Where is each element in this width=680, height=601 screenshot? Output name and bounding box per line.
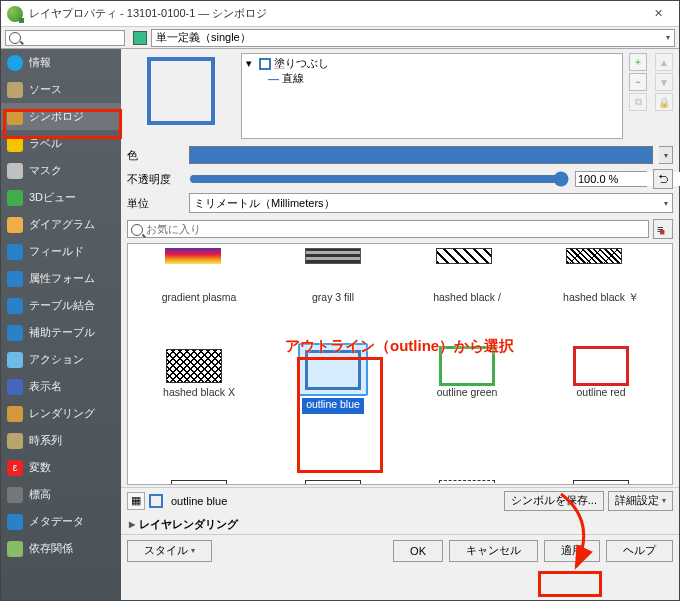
aux-icon <box>7 325 23 341</box>
lock-layer-button[interactable]: 🔒 <box>655 93 673 111</box>
titlebar: レイヤプロパティ - 13101-0100-1 — シンボロジ ✕ <box>1 1 679 27</box>
3d-icon <box>7 190 23 206</box>
selected-symbol-name: outline blue <box>167 495 500 507</box>
window-title: レイヤプロパティ - 13101-0100-1 — シンボロジ <box>29 6 643 21</box>
swatch-outline-green[interactable] <box>439 346 495 386</box>
save-symbol-button[interactable]: シンボルを保存... <box>504 491 604 511</box>
data-defined-button[interactable]: ⮌ <box>653 169 673 189</box>
add-layer-button[interactable]: ＋ <box>629 53 647 71</box>
rendering-icon <box>7 406 23 422</box>
move-down-button[interactable]: ▼ <box>655 73 673 91</box>
sidebar-item-diagram[interactable]: ダイアグラム <box>1 211 121 238</box>
display-icon <box>7 379 23 395</box>
sidebar-item-actions[interactable]: アクション <box>1 346 121 373</box>
fill-swatch-icon <box>259 58 271 70</box>
close-icon[interactable]: ✕ <box>643 7 673 20</box>
styletype-icon <box>133 31 147 45</box>
opacity-slider[interactable] <box>189 171 569 187</box>
swatch-dotted-1[interactable] <box>171 480 227 485</box>
metadata-icon <box>7 514 23 530</box>
sidebar-item-info[interactable]: 情報 <box>1 49 121 76</box>
sidebar-item-symbology[interactable]: シンボロジ <box>1 103 121 130</box>
chevron-down-icon: ▾ <box>666 33 670 42</box>
joins-icon <box>7 298 23 314</box>
sidebar-item-rendering[interactable]: レンダリング <box>1 400 121 427</box>
temporal-icon <box>7 433 23 449</box>
move-up-button[interactable]: ▲ <box>655 53 673 71</box>
variables-icon: ε <box>7 460 23 476</box>
deps-icon <box>7 541 23 557</box>
mask-icon <box>7 163 23 179</box>
sidebar-item-source[interactable]: ソース <box>1 76 121 103</box>
sidebar-item-elevation[interactable]: 標高 <box>1 481 121 508</box>
sidebar-item-mask[interactable]: マスク <box>1 157 121 184</box>
style-button[interactable]: スタイル ▾ <box>127 540 212 562</box>
sidebar-item-variables[interactable]: ε変数 <box>1 454 121 481</box>
help-button[interactable]: ヘルプ <box>606 540 673 562</box>
sidebar-item-metadata[interactable]: メタデータ <box>1 508 121 535</box>
opacity-label: 不透明度 <box>127 172 183 187</box>
swatch-hashed-black-fwd[interactable] <box>436 248 492 264</box>
color-dropdown[interactable]: ▾ <box>659 146 673 164</box>
gallery-view-toggle[interactable]: ▦ <box>127 492 145 510</box>
color-label: 色 <box>127 148 183 163</box>
favorites-search-input[interactable] <box>127 220 649 238</box>
tag-filter-button[interactable]: ≡■ <box>653 219 673 239</box>
elevation-icon <box>7 487 23 503</box>
advanced-settings-button[interactable]: 詳細設定 ▾ <box>608 491 673 511</box>
labels-icon <box>7 136 23 152</box>
swatch-dotted-3[interactable] <box>439 480 495 485</box>
swatch-gradient-plasma[interactable] <box>165 248 221 264</box>
swatch-hashed-black-x[interactable] <box>166 349 222 383</box>
unit-select[interactable]: ミリメートル（Millimeters） ▾ <box>189 193 673 213</box>
styletype-select[interactable]: 単一定義（single） ▾ <box>151 29 675 47</box>
swatch-dotted-4[interactable] <box>573 480 629 485</box>
cancel-button[interactable]: キャンセル <box>449 540 538 562</box>
attr-form-icon <box>7 271 23 287</box>
symbol-preview <box>147 57 215 125</box>
styletype-label: 単一定義（single） <box>156 30 251 45</box>
symbol-gallery: gradient plasma gray 3 fill hashed black… <box>127 243 673 485</box>
sidebar-item-joins[interactable]: テーブル結合 <box>1 292 121 319</box>
sidebar-item-fields[interactable]: フィールド <box>1 238 121 265</box>
app-icon <box>7 6 23 22</box>
expand-icon: ▶ <box>129 520 135 529</box>
sidebar-item-temporal[interactable]: 時系列 <box>1 427 121 454</box>
chevron-down-icon: ▾ <box>664 199 668 208</box>
sidebar-item-display[interactable]: 表示名 <box>1 373 121 400</box>
apply-button[interactable]: 適用 <box>544 540 600 562</box>
line-icon: — <box>268 73 279 85</box>
diagram-icon <box>7 217 23 233</box>
ok-button[interactable]: OK <box>393 540 443 562</box>
source-icon <box>7 82 23 98</box>
tree-collapse-icon[interactable]: ▾ <box>246 57 256 70</box>
swatch-outline-blue[interactable] <box>305 350 361 390</box>
sidebar-item-3dview[interactable]: 3Dビュー <box>1 184 121 211</box>
duplicate-layer-button[interactable]: ⧉ <box>629 93 647 111</box>
sidebar-item-aux-storage[interactable]: 補助テーブル <box>1 319 121 346</box>
symbology-icon <box>7 109 23 125</box>
actions-icon <box>7 352 23 368</box>
fields-icon <box>7 244 23 260</box>
unit-label: 単位 <box>127 196 183 211</box>
symbol-layers-tree[interactable]: ▾ 塗りつぶし — 直線 <box>241 53 623 139</box>
result-swatch-icon <box>149 494 163 508</box>
sidebar-item-labels[interactable]: ラベル <box>1 130 121 157</box>
info-icon <box>7 55 23 71</box>
color-picker[interactable] <box>189 146 653 164</box>
sidebar-item-dependencies[interactable]: 依存関係 <box>1 535 121 562</box>
swatch-dotted-2[interactable] <box>305 480 361 485</box>
swatch-gray3-fill[interactable] <box>305 248 361 264</box>
category-sidebar: 情報 ソース シンボロジ ラベル マスク 3Dビュー ダイアグラム フィールド … <box>1 49 121 600</box>
swatch-hashed-black-yen[interactable] <box>566 248 622 264</box>
sidebar-item-attributes-form[interactable]: 属性フォーム <box>1 265 121 292</box>
opacity-spinner[interactable]: ▲▼ <box>575 171 647 187</box>
search-icon <box>9 32 21 44</box>
swatch-outline-red[interactable] <box>573 346 629 386</box>
layer-rendering-header[interactable]: ▶ レイヤレンダリング <box>121 513 679 534</box>
remove-layer-button[interactable]: － <box>629 73 647 91</box>
search-icon <box>131 224 143 236</box>
